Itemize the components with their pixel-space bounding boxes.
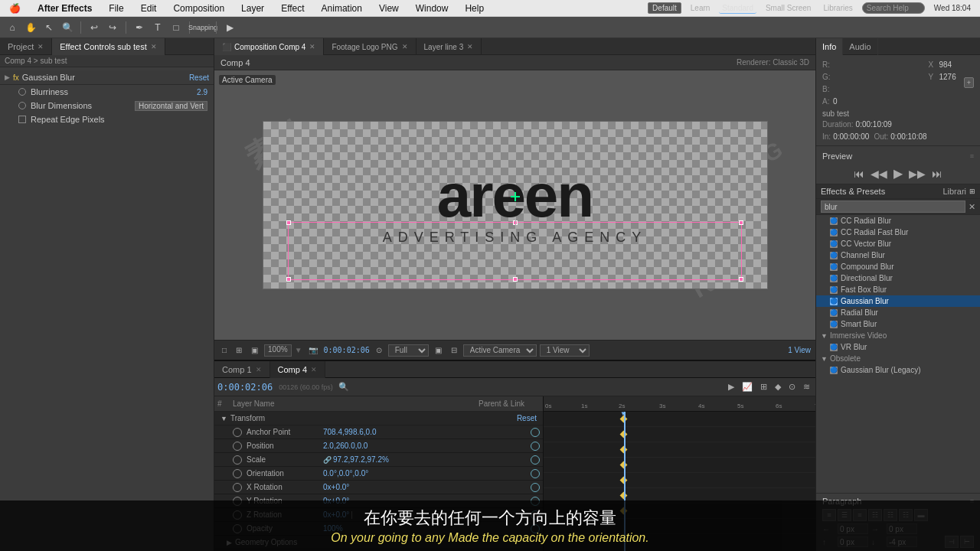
effect-controls-tab[interactable]: Effect Controls sub test ✕ bbox=[52, 38, 165, 55]
audio-tab[interactable]: Audio bbox=[843, 38, 877, 55]
gaussian-blur-legacy-item[interactable]: 🔵 Gaussian Blur (Legacy) bbox=[816, 364, 980, 376]
layer-tab-close[interactable]: ✕ bbox=[467, 43, 473, 51]
zoom-tool[interactable]: 🔍 bbox=[60, 20, 75, 35]
search-clear-btn[interactable]: ✕ bbox=[969, 202, 975, 212]
scale-value[interactable]: 97.2,97.2,97.2% bbox=[333, 455, 389, 464]
comp4-tab[interactable]: ⬛ Composition Comp 4 ✕ bbox=[214, 38, 324, 55]
camera-dropdown[interactable]: Active Camera bbox=[463, 344, 537, 357]
footage-tab-close[interactable]: ✕ bbox=[402, 43, 408, 51]
project-tab-close[interactable]: ✕ bbox=[38, 43, 44, 51]
orientation-keyframe[interactable] bbox=[531, 469, 540, 478]
undo-btn[interactable]: ↩ bbox=[87, 20, 102, 35]
zoom-out-btn[interactable]: □ bbox=[219, 345, 230, 355]
blurriness-value[interactable]: 2.9 bbox=[197, 88, 207, 96]
timeline-timecode[interactable]: 0:00:02:06 bbox=[217, 382, 273, 393]
jump-end-btn[interactable]: ⏭ bbox=[930, 168, 944, 180]
text-tool[interactable]: T bbox=[150, 20, 165, 35]
blur-dimensions-value[interactable]: Horizontal and Vert bbox=[135, 101, 207, 111]
smart-blur-item[interactable]: 🔵 Smart Blur bbox=[816, 318, 980, 330]
search-help-input[interactable]: Search Help bbox=[862, 2, 925, 14]
view-dropdown[interactable]: 1 View 2 Views 4 Views bbox=[540, 344, 590, 357]
workspace-learn[interactable]: Learn bbox=[688, 3, 714, 13]
comp1-timeline-tab[interactable]: Comp 1 ✕ bbox=[214, 361, 270, 378]
menu-effect[interactable]: Effect bbox=[278, 2, 307, 15]
redo-btn[interactable]: ↪ bbox=[105, 20, 120, 35]
workspace-libraries[interactable]: Libraries bbox=[820, 3, 855, 13]
snap-btn[interactable]: Snapping bbox=[195, 20, 211, 35]
kf-scale-1[interactable] bbox=[620, 446, 628, 454]
directional-blur-item[interactable]: 🔵 Directional Blur bbox=[816, 272, 980, 284]
cc-radial-blur-item[interactable]: 🔵 CC Radial Blur bbox=[816, 215, 980, 227]
pixel-btn[interactable]: ▣ bbox=[248, 345, 261, 355]
kf-orientation-1[interactable] bbox=[620, 461, 628, 469]
project-tab[interactable]: Project ✕ bbox=[0, 38, 52, 55]
render-btn[interactable]: ▶ bbox=[726, 381, 737, 393]
kf-x-rotation-1[interactable] bbox=[620, 477, 628, 484]
prev-frame-btn[interactable]: ◀◀ bbox=[869, 168, 889, 180]
anchor-point-value[interactable]: 708.4,998.6,0.0 bbox=[323, 428, 377, 436]
effect-controls-tab-close[interactable]: ✕ bbox=[151, 43, 157, 51]
preview-options-icon[interactable]: ≡ bbox=[970, 152, 974, 160]
hand-tool[interactable]: ✋ bbox=[23, 20, 38, 35]
color-picker-btn[interactable]: + bbox=[964, 77, 974, 88]
comp1-close[interactable]: ✕ bbox=[256, 366, 262, 373]
radial-blur-item[interactable]: 🔵 Radial Blur bbox=[816, 307, 980, 318]
kf-anchor-1[interactable] bbox=[620, 416, 628, 423]
effects-search-input[interactable] bbox=[821, 201, 965, 213]
menu-help[interactable]: Help bbox=[462, 2, 487, 15]
orientation-value[interactable]: 0.0°,0.0°,0.0° bbox=[323, 469, 368, 478]
menu-layer[interactable]: Layer bbox=[238, 2, 267, 15]
librari-tab[interactable]: Librari bbox=[942, 187, 966, 196]
search-layers-btn[interactable]: 🔍 bbox=[336, 381, 351, 393]
kf-y-rotation-1[interactable] bbox=[620, 492, 628, 500]
reset-button[interactable]: Reset bbox=[189, 73, 209, 82]
next-frame-btn[interactable]: ▶▶ bbox=[907, 168, 927, 180]
obsolete-category[interactable]: ▼ Obsolete bbox=[816, 353, 980, 364]
select-tool[interactable]: ↖ bbox=[41, 20, 57, 35]
workspace-standard[interactable]: Standard bbox=[719, 3, 756, 14]
home-btn[interactable]: ⌂ bbox=[5, 20, 20, 35]
cc-radial-fast-blur-item[interactable]: 🔵 CC Radial Fast Blur bbox=[816, 227, 980, 238]
toggle-transparency[interactable]: ▣ bbox=[432, 345, 445, 355]
kf-position-1[interactable] bbox=[620, 431, 628, 439]
toggle-icon[interactable]: ▶ bbox=[5, 73, 10, 81]
transform-header[interactable]: ▼ Transform Reset bbox=[214, 412, 543, 425]
snapshot-btn[interactable]: ⊙ bbox=[373, 345, 385, 355]
vr-blur-item[interactable]: 🔵 VR Blur bbox=[816, 341, 980, 353]
immersive-video-category[interactable]: ▼ Immersive Video bbox=[816, 330, 980, 341]
toggle-mask[interactable]: ⊟ bbox=[448, 345, 460, 355]
apple-logo-icon[interactable]: 🍎 bbox=[6, 2, 24, 15]
repeat-edge-checkbox[interactable] bbox=[18, 116, 26, 123]
x-rotation-keyframe[interactable] bbox=[531, 483, 540, 492]
graph-editor-btn[interactable]: 📈 bbox=[740, 381, 755, 393]
motion-blur-btn[interactable]: ⊙ bbox=[786, 381, 798, 393]
menu-edit[interactable]: Edit bbox=[138, 2, 160, 15]
comp4-close[interactable]: ✕ bbox=[311, 366, 317, 373]
gaussian-blur-item[interactable]: 🔵 Gaussian Blur bbox=[816, 295, 980, 307]
preview-btn[interactable]: ▶ bbox=[222, 20, 237, 35]
pen-tool[interactable]: ✒ bbox=[132, 20, 147, 35]
add-keyframe-btn[interactable]: ◆ bbox=[773, 381, 783, 393]
scale-keyframe[interactable] bbox=[531, 455, 540, 465]
comp4-timeline-tab[interactable]: Comp 4 ✕ bbox=[270, 361, 326, 378]
camera-snap-btn[interactable]: 📷 bbox=[305, 345, 321, 355]
transform-toggle-icon[interactable]: ▼ bbox=[220, 415, 227, 422]
fast-box-blur-item[interactable]: 🔵 Fast Box Blur bbox=[816, 284, 980, 295]
zoom-value[interactable]: 100% bbox=[264, 344, 292, 357]
frame-blending-btn[interactable]: ≋ bbox=[801, 381, 812, 393]
play-btn[interactable]: ▶ bbox=[892, 166, 904, 181]
toggle-switches-btn[interactable]: ⊞ bbox=[758, 381, 769, 393]
footage-tab[interactable]: Footage Logo PNG ✕ bbox=[324, 38, 416, 55]
menu-window[interactable]: Window bbox=[413, 2, 452, 15]
layer-tab[interactable]: Layer line 3 ✕ bbox=[416, 38, 482, 55]
menu-app-name[interactable]: After Effects bbox=[34, 2, 95, 15]
anchor-point-keyframe[interactable] bbox=[531, 428, 540, 437]
compound-blur-item[interactable]: 🔵 Compound Blur bbox=[816, 261, 980, 272]
comp4-tab-close[interactable]: ✕ bbox=[309, 43, 315, 51]
channel-blur-item[interactable]: 🔵 Channel Blur bbox=[816, 249, 980, 261]
cc-vector-blur-item[interactable]: 🔵 CC Vector Blur bbox=[816, 238, 980, 249]
position-keyframe[interactable] bbox=[531, 442, 540, 451]
info-tab[interactable]: Info bbox=[816, 38, 843, 55]
gaussian-blur-header[interactable]: ▶ fx Gaussian Blur Reset bbox=[0, 70, 214, 85]
workspace-default[interactable]: Default bbox=[648, 2, 681, 14]
